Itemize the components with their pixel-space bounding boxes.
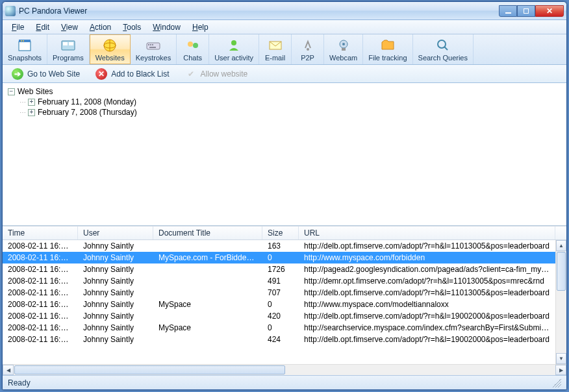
cell-size: 0 [262,252,299,263]
table-row[interactable]: 2008-02-11 16:04:54Johnny Saintly424http… [3,334,566,345]
cell-user: Johnny Saintly [78,311,153,321]
scroll-thumb[interactable] [14,365,285,374]
cell-size: 0 [262,299,299,310]
scroll-thumb[interactable] [557,252,566,291]
expand-icon[interactable]: + [28,99,35,106]
svg-point-20 [342,43,345,45]
cell-title [153,292,262,293]
keystrokes-icon [145,38,161,53]
svg-rect-0 [19,42,31,51]
tree-node[interactable]: ⋯ + February 11, 2008 (Monday) [19,97,561,106]
cell-url: http://delb.opt.fimserve.com/adopt/?r=h&… [299,288,555,298]
toolbar-snapshots-button[interactable]: Snapshots [3,34,47,64]
tree-node[interactable]: ⋯ + February 7, 2008 (Thursday) [19,108,561,117]
sub-toolbar: ➔ Go to Web Site ✕ Add to Black List ✔ A… [3,65,566,83]
menu-edit[interactable]: Edit [31,21,55,33]
cell-time: 2008-02-11 16:06:29 [3,252,78,263]
scroll-down-arrow[interactable]: ▼ [556,353,566,364]
scroll-left-arrow[interactable]: ◀ [3,365,14,375]
chats-icon [185,38,201,53]
menu-window[interactable]: Window [147,21,186,33]
vertical-scrollbar[interactable]: ▲ ▼ [555,240,566,364]
toolbar-webcam-button[interactable]: Webcam [324,34,363,64]
toolbar-websites-button[interactable]: Websites [90,34,131,64]
app-window: PC Pandora Viewer ✕ File Edit View Actio… [2,1,567,390]
menu-tools[interactable]: Tools [118,21,146,33]
useractivity-icon [226,38,242,53]
cell-url: http://delb.opt.fimserve.com/adopt/?r=h&… [299,311,555,321]
toolbar-p2p-button[interactable]: P2P [292,34,324,64]
tree-connector: ⋯ [19,109,25,116]
toolbar-label: Webcam [329,54,357,62]
toolbar-useractivity-button[interactable]: User activity [209,34,259,64]
horizontal-scrollbar[interactable]: ◀ ▶ [3,364,566,375]
menu-file[interactable]: File [6,21,29,33]
tree-root[interactable]: − Web Sites [8,87,561,96]
svg-point-14 [188,42,193,47]
cell-url: http://pagead2.googlesyndication.com/pag… [299,264,555,275]
cell-title: MySpace.com - ForBiddeN ... [153,252,262,263]
toolbar-email-button[interactable]: E-mail [259,34,292,64]
menu-view[interactable]: View [56,21,83,33]
table-row[interactable]: 2008-02-11 16:06:29Johnny SaintlyMySpace… [3,252,566,263]
scroll-track[interactable] [556,291,566,353]
svg-rect-1 [19,40,31,42]
col-title[interactable]: Document Title [153,227,262,239]
cell-title [153,269,262,270]
window-title: PC Pandora Viewer [19,6,499,16]
cell-user: Johnny Saintly [78,288,153,298]
col-user[interactable]: User [78,227,153,239]
col-time[interactable]: Time [3,227,78,239]
table-row[interactable]: 2008-02-11 16:05:47Johnny Saintly707http… [3,287,566,299]
tree-pane[interactable]: − Web Sites ⋯ + February 11, 2008 (Monda… [3,83,566,226]
minimize-button[interactable] [499,5,517,17]
expand-icon[interactable]: + [28,109,35,116]
goto-website-button[interactable]: ➔ Go to Web Site [5,66,86,82]
goto-icon: ➔ [12,68,23,80]
table-body[interactable]: 2008-02-11 16:06:30Johnny Saintly163http… [3,240,566,364]
scroll-track[interactable] [14,365,555,375]
websites-icon [102,38,118,53]
table-row[interactable]: 2008-02-11 16:05:47Johnny Saintly491http… [3,275,566,287]
table-row[interactable]: 2008-02-11 16:05:47Johnny SaintlyMySpace… [3,299,566,310]
table-row[interactable]: 2008-02-11 16:06:30Johnny Saintly163http… [3,240,566,252]
scroll-right-arrow[interactable]: ▶ [555,365,566,375]
tree-root-label: Web Sites [18,87,53,96]
scroll-up-arrow[interactable]: ▲ [556,240,566,251]
cell-title [153,280,262,282]
col-url[interactable]: URL [299,227,555,239]
table-row[interactable]: 2008-02-11 16:05:48Johnny Saintly1726htt… [3,263,566,275]
collapse-icon[interactable]: − [8,88,15,95]
maximize-button[interactable] [517,5,535,17]
col-size[interactable]: Size [262,227,299,239]
toolbar-chats-button[interactable]: Chats [177,34,209,64]
content-area: − Web Sites ⋯ + February 11, 2008 (Monda… [3,83,566,375]
cell-time: 2008-02-11 16:04:54 [3,334,78,345]
toolbar-programs-button[interactable]: Programs [47,34,90,64]
resize-grip[interactable] [552,378,561,387]
cell-time: 2008-02-11 16:05:47 [3,276,78,286]
cell-user: Johnny Saintly [78,323,153,333]
table-row[interactable]: 2008-02-11 16:05:21Johnny Saintly420http… [3,310,566,322]
webcam-icon [336,38,351,53]
close-button[interactable]: ✕ [535,5,564,17]
toolbar-label: Chats [183,54,202,62]
svg-rect-13 [149,47,156,48]
table-row[interactable]: 2008-02-11 16:05:18Johnny SaintlyMySpace… [3,322,566,334]
cell-time: 2008-02-11 16:05:47 [3,288,78,298]
cell-url: http://searchservice.myspace.com/index.c… [299,323,555,333]
cell-time: 2008-02-11 16:06:30 [3,241,78,251]
svg-point-16 [231,40,236,45]
svg-point-15 [193,43,198,48]
svg-rect-5 [63,42,68,45]
titlebar[interactable]: PC Pandora Viewer ✕ [3,2,566,20]
menu-action[interactable]: Action [84,21,116,33]
cell-user: Johnny Saintly [78,241,153,251]
toolbar-keystrokes-button[interactable]: Keystrokes [131,34,177,64]
add-blacklist-button[interactable]: ✕ Add to Black List [89,66,175,82]
menu-help[interactable]: Help [187,21,214,33]
toolbar-searchqueries-button[interactable]: Search Queries [413,34,474,64]
blacklist-icon: ✕ [95,68,107,80]
svg-rect-10 [148,44,149,45]
toolbar-filetracking-button[interactable]: File tracking [363,34,412,64]
